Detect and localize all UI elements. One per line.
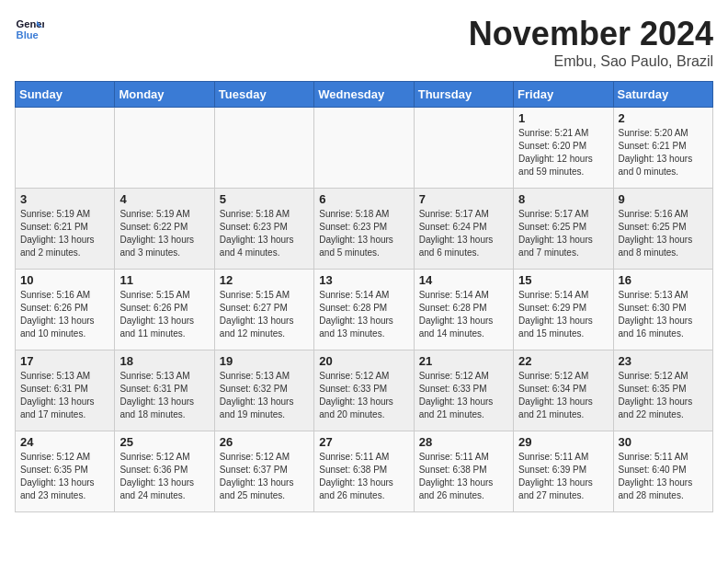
day-cell: [414, 108, 513, 189]
day-cell: 5Sunrise: 5:18 AM Sunset: 6:23 PM Daylig…: [214, 189, 313, 270]
day-number: 8: [518, 192, 608, 206]
day-number: 20: [319, 354, 408, 368]
day-cell: 20Sunrise: 5:12 AM Sunset: 6:33 PM Dayli…: [314, 350, 414, 431]
day-cell: 25Sunrise: 5:12 AM Sunset: 6:36 PM Dayli…: [115, 431, 214, 512]
day-cell: 21Sunrise: 5:12 AM Sunset: 6:33 PM Dayli…: [414, 350, 513, 431]
day-info: Sunrise: 5:17 AM Sunset: 6:24 PM Dayligh…: [419, 209, 494, 258]
day-number: 11: [119, 273, 209, 287]
day-number: 15: [518, 273, 608, 287]
day-info: Sunrise: 5:20 AM Sunset: 6:21 PM Dayligh…: [619, 128, 693, 177]
day-cell: [314, 108, 414, 189]
day-cell: 28Sunrise: 5:11 AM Sunset: 6:38 PM Dayli…: [414, 431, 513, 512]
day-info: Sunrise: 5:13 AM Sunset: 6:31 PM Dayligh…: [119, 371, 194, 419]
day-info: Sunrise: 5:21 AM Sunset: 6:20 PM Dayligh…: [518, 128, 593, 177]
day-number: 22: [518, 354, 608, 368]
day-info: Sunrise: 5:11 AM Sunset: 6:38 PM Dayligh…: [419, 452, 494, 500]
day-cell: 13Sunrise: 5:14 AM Sunset: 6:28 PM Dayli…: [314, 270, 414, 350]
day-number: 5: [220, 192, 309, 206]
day-number: 17: [20, 354, 109, 368]
day-info: Sunrise: 5:12 AM Sunset: 6:36 PM Dayligh…: [119, 452, 194, 500]
week-row-5: 24Sunrise: 5:12 AM Sunset: 6:35 PM Dayli…: [16, 431, 713, 512]
day-number: 23: [619, 354, 708, 368]
day-info: Sunrise: 5:13 AM Sunset: 6:31 PM Dayligh…: [20, 371, 95, 419]
day-number: 29: [518, 435, 608, 449]
day-info: Sunrise: 5:12 AM Sunset: 6:35 PM Dayligh…: [619, 371, 693, 419]
day-info: Sunrise: 5:12 AM Sunset: 6:34 PM Dayligh…: [518, 371, 593, 419]
day-number: 1: [518, 111, 608, 125]
title-block: November 2024 Embu, Sao Paulo, Brazil: [469, 15, 713, 70]
day-cell: 8Sunrise: 5:17 AM Sunset: 6:25 PM Daylig…: [514, 189, 613, 270]
day-number: 12: [220, 273, 309, 287]
week-row-3: 10Sunrise: 5:16 AM Sunset: 6:26 PM Dayli…: [16, 270, 713, 350]
weekday-header-saturday: Saturday: [613, 82, 712, 108]
day-cell: 19Sunrise: 5:13 AM Sunset: 6:32 PM Dayli…: [214, 350, 313, 431]
day-cell: 22Sunrise: 5:12 AM Sunset: 6:34 PM Dayli…: [514, 350, 613, 431]
day-cell: 23Sunrise: 5:12 AM Sunset: 6:35 PM Dayli…: [613, 350, 712, 431]
day-cell: 6Sunrise: 5:18 AM Sunset: 6:23 PM Daylig…: [314, 189, 414, 270]
day-number: 26: [220, 435, 309, 449]
location: Embu, Sao Paulo, Brazil: [469, 53, 713, 70]
day-info: Sunrise: 5:12 AM Sunset: 6:35 PM Dayligh…: [20, 452, 95, 500]
day-number: 6: [319, 192, 408, 206]
day-info: Sunrise: 5:17 AM Sunset: 6:25 PM Dayligh…: [518, 209, 593, 258]
day-info: Sunrise: 5:13 AM Sunset: 6:30 PM Dayligh…: [619, 290, 693, 339]
day-info: Sunrise: 5:12 AM Sunset: 6:33 PM Dayligh…: [319, 371, 393, 419]
day-cell: [214, 108, 313, 189]
day-cell: 29Sunrise: 5:11 AM Sunset: 6:39 PM Dayli…: [514, 431, 613, 512]
day-cell: 24Sunrise: 5:12 AM Sunset: 6:35 PM Dayli…: [16, 431, 115, 512]
day-number: 16: [619, 273, 708, 287]
day-number: 10: [20, 273, 109, 287]
week-row-2: 3Sunrise: 5:19 AM Sunset: 6:21 PM Daylig…: [16, 189, 713, 270]
day-cell: [16, 108, 115, 189]
day-cell: 15Sunrise: 5:14 AM Sunset: 6:29 PM Dayli…: [514, 270, 613, 350]
day-cell: 3Sunrise: 5:19 AM Sunset: 6:21 PM Daylig…: [16, 189, 115, 270]
day-number: 27: [319, 435, 408, 449]
weekday-header-wednesday: Wednesday: [314, 82, 414, 108]
day-info: Sunrise: 5:13 AM Sunset: 6:32 PM Dayligh…: [220, 371, 294, 419]
day-number: 18: [119, 354, 209, 368]
weekday-header-row: SundayMondayTuesdayWednesdayThursdayFrid…: [16, 82, 713, 108]
svg-text:Blue: Blue: [17, 29, 39, 40]
day-number: 14: [419, 273, 508, 287]
day-cell: 27Sunrise: 5:11 AM Sunset: 6:38 PM Dayli…: [314, 431, 414, 512]
day-cell: 11Sunrise: 5:15 AM Sunset: 6:26 PM Dayli…: [115, 270, 214, 350]
day-info: Sunrise: 5:18 AM Sunset: 6:23 PM Dayligh…: [220, 209, 294, 258]
svg-text:General: General: [17, 18, 44, 29]
day-cell: [115, 108, 214, 189]
day-cell: 14Sunrise: 5:14 AM Sunset: 6:28 PM Dayli…: [414, 270, 513, 350]
day-cell: 30Sunrise: 5:11 AM Sunset: 6:40 PM Dayli…: [613, 431, 712, 512]
day-info: Sunrise: 5:11 AM Sunset: 6:40 PM Dayligh…: [619, 452, 693, 500]
weekday-header-thursday: Thursday: [414, 82, 513, 108]
day-number: 28: [419, 435, 508, 449]
day-info: Sunrise: 5:12 AM Sunset: 6:37 PM Dayligh…: [220, 452, 294, 500]
day-info: Sunrise: 5:16 AM Sunset: 6:26 PM Dayligh…: [20, 290, 95, 339]
day-info: Sunrise: 5:19 AM Sunset: 6:21 PM Dayligh…: [20, 209, 95, 258]
weekday-header-monday: Monday: [115, 82, 214, 108]
day-info: Sunrise: 5:16 AM Sunset: 6:25 PM Dayligh…: [619, 209, 693, 258]
day-number: 2: [619, 111, 708, 125]
day-cell: 1Sunrise: 5:21 AM Sunset: 6:20 PM Daylig…: [514, 108, 613, 189]
week-row-1: 1Sunrise: 5:21 AM Sunset: 6:20 PM Daylig…: [16, 108, 713, 189]
day-cell: 18Sunrise: 5:13 AM Sunset: 6:31 PM Dayli…: [115, 350, 214, 431]
day-cell: 9Sunrise: 5:16 AM Sunset: 6:25 PM Daylig…: [613, 189, 712, 270]
day-number: 7: [419, 192, 508, 206]
day-cell: 12Sunrise: 5:15 AM Sunset: 6:27 PM Dayli…: [214, 270, 313, 350]
day-cell: 26Sunrise: 5:12 AM Sunset: 6:37 PM Dayli…: [214, 431, 313, 512]
day-number: 24: [20, 435, 109, 449]
day-info: Sunrise: 5:19 AM Sunset: 6:22 PM Dayligh…: [119, 209, 194, 258]
logo-icon: General Blue: [15, 15, 44, 44]
calendar-table: SundayMondayTuesdayWednesdayThursdayFrid…: [15, 81, 713, 512]
day-cell: 10Sunrise: 5:16 AM Sunset: 6:26 PM Dayli…: [16, 270, 115, 350]
day-number: 19: [220, 354, 309, 368]
weekday-header-tuesday: Tuesday: [214, 82, 313, 108]
day-info: Sunrise: 5:14 AM Sunset: 6:29 PM Dayligh…: [518, 290, 593, 339]
day-number: 4: [119, 192, 209, 206]
day-info: Sunrise: 5:15 AM Sunset: 6:26 PM Dayligh…: [119, 290, 194, 339]
day-info: Sunrise: 5:11 AM Sunset: 6:39 PM Dayligh…: [518, 452, 593, 500]
day-cell: 17Sunrise: 5:13 AM Sunset: 6:31 PM Dayli…: [16, 350, 115, 431]
day-cell: 4Sunrise: 5:19 AM Sunset: 6:22 PM Daylig…: [115, 189, 214, 270]
day-cell: 7Sunrise: 5:17 AM Sunset: 6:24 PM Daylig…: [414, 189, 513, 270]
weekday-header-sunday: Sunday: [16, 82, 115, 108]
day-info: Sunrise: 5:11 AM Sunset: 6:38 PM Dayligh…: [319, 452, 393, 500]
week-row-4: 17Sunrise: 5:13 AM Sunset: 6:31 PM Dayli…: [16, 350, 713, 431]
